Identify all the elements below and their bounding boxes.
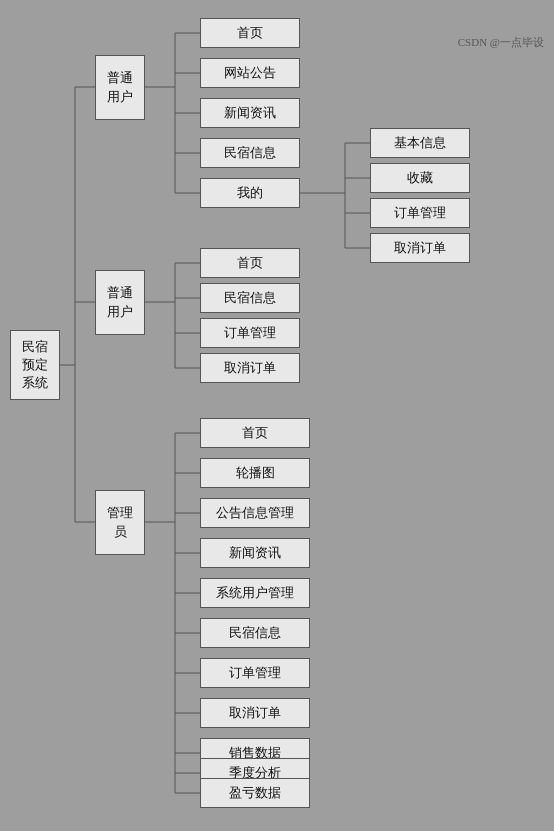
u2-order-box: 订单管理	[200, 318, 300, 348]
mine-fav-box: 收藏	[370, 163, 470, 193]
u1-news-box: 新闻资讯	[200, 98, 300, 128]
u2-home-box: 首页	[200, 248, 300, 278]
user2-box: 普通 用户	[95, 270, 145, 335]
user1-box: 普通 用户	[95, 55, 145, 120]
root-box: 民宿 预定 系统	[10, 330, 60, 400]
admin-box: 管理 员	[95, 490, 145, 555]
u1-home-box: 首页	[200, 18, 300, 48]
u1-notice-box: 网站公告	[200, 58, 300, 88]
u2-cancel-box: 取消订单	[200, 353, 300, 383]
diagram-container: 民宿 预定 系统 普通 用户 普通 用户 管理 员 首页 网站公告 新闻资讯 民…	[0, 0, 554, 60]
a-profit-box: 盈亏数据	[200, 778, 310, 808]
a-notice-box: 公告信息管理	[200, 498, 310, 528]
a-carousel-box: 轮播图	[200, 458, 310, 488]
mine-order-box: 订单管理	[370, 198, 470, 228]
mine-cancel-box: 取消订单	[370, 233, 470, 263]
a-minshu-box: 民宿信息	[200, 618, 310, 648]
a-home-box: 首页	[200, 418, 310, 448]
u1-minshu-box: 民宿信息	[200, 138, 300, 168]
a-order-box: 订单管理	[200, 658, 310, 688]
a-usermgr-box: 系统用户管理	[200, 578, 310, 608]
u1-mine-box: 我的	[200, 178, 300, 208]
watermark: CSDN @一点毕设	[458, 35, 544, 50]
u2-minshu-box: 民宿信息	[200, 283, 300, 313]
mine-basic-box: 基本信息	[370, 128, 470, 158]
a-news-box: 新闻资讯	[200, 538, 310, 568]
a-cancel-box: 取消订单	[200, 698, 310, 728]
